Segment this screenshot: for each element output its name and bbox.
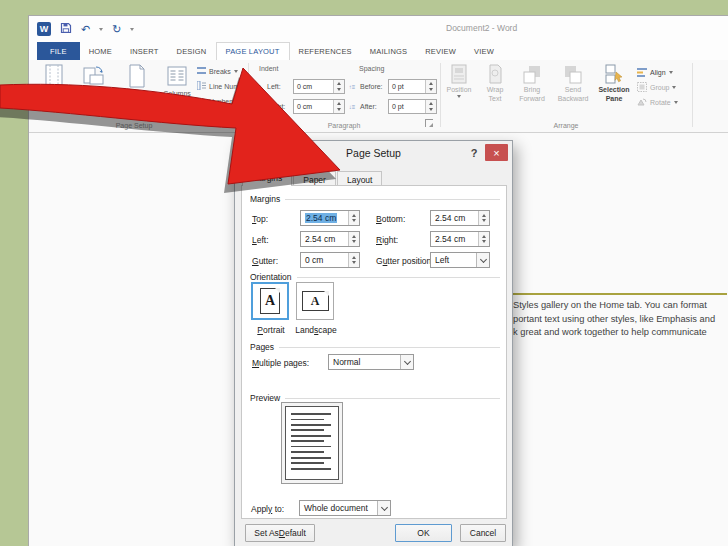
indent-left-icon: →≡ — [250, 81, 262, 92]
close-icon[interactable]: × — [485, 144, 508, 161]
paragraph-dialog-launcher[interactable] — [425, 119, 433, 127]
left-margin-field[interactable]: 2.54 cm — [300, 231, 360, 247]
tab-insert[interactable]: INSERT — [121, 42, 168, 60]
bring-forward-icon — [521, 64, 543, 84]
help-icon[interactable]: ? — [466, 145, 482, 161]
spinner[interactable] — [333, 80, 344, 93]
chevron-down-icon — [52, 98, 56, 101]
chevron-down-icon — [135, 98, 139, 101]
align-button[interactable]: Align — [637, 67, 673, 78]
position-button[interactable]: Position — [441, 64, 477, 98]
paragraph-group-label: Paragraph — [269, 122, 419, 129]
tab-home[interactable]: HOME — [80, 42, 121, 60]
orientation-icon — [81, 63, 105, 89]
indent-right-icon: ≡← — [250, 101, 262, 112]
selection-pane-icon — [603, 64, 625, 84]
bottom-label: Bottom: — [376, 214, 405, 224]
dialog-tab-layout[interactable]: Layout — [337, 171, 383, 186]
margins-section-heading: Margins — [250, 194, 500, 204]
spinner[interactable] — [425, 80, 436, 93]
left-label: Left: — [252, 235, 269, 245]
chevron-down-icon — [669, 71, 673, 74]
spinner[interactable] — [348, 211, 359, 225]
tab-page-layout[interactable]: PAGE LAYOUT — [216, 42, 290, 60]
landscape-option[interactable]: A — [296, 282, 334, 320]
send-backward-button[interactable]: SendBackward — [553, 64, 593, 104]
line-numbers-icon — [197, 81, 206, 91]
window-title: Document2 - Word — [446, 23, 517, 33]
cancel-button[interactable]: Cancel — [460, 524, 506, 542]
wrap-text-button[interactable]: WrapText — [479, 64, 511, 104]
tab-references[interactable]: REFERENCES — [290, 42, 361, 60]
dialog-content: Margins Top: 2.54 cm Bottom: 2.54 cm Lef… — [241, 185, 507, 519]
group-button[interactable]: Group — [637, 82, 676, 93]
portrait-option[interactable]: A — [251, 282, 289, 320]
orientation-button[interactable]: Orientation — [74, 63, 112, 101]
send-backward-icon — [562, 64, 584, 84]
tab-file[interactable]: FILE — [37, 42, 80, 60]
undo-dropdown-icon[interactable] — [99, 28, 103, 31]
right-margin-field[interactable]: 2.54 cm — [430, 231, 490, 247]
size-button[interactable]: Size — [118, 63, 156, 101]
document-rule-line — [513, 293, 727, 295]
selection-pane-button[interactable]: SelectionPane — [595, 64, 633, 104]
spinner[interactable] — [478, 232, 489, 246]
bottom-margin-field[interactable]: 2.54 cm — [430, 210, 490, 226]
tab-view[interactable]: VIEW — [465, 42, 503, 60]
multiple-pages-select[interactable]: Normal — [328, 354, 414, 370]
spinner[interactable] — [478, 211, 489, 225]
undo-icon[interactable]: ↶ — [81, 24, 90, 35]
chevron-down-icon — [476, 253, 489, 267]
bring-forward-button[interactable]: BringForward — [513, 64, 551, 104]
margins-button[interactable]: Margins — [35, 63, 73, 101]
pages-section-heading: Pages — [250, 342, 500, 352]
spacing-before-field[interactable]: 0 pt — [388, 79, 437, 94]
spinner[interactable] — [348, 232, 359, 246]
title-bar: W ↶ ↻ Document2 - Word — [29, 16, 728, 42]
rotate-button[interactable]: Rotate — [637, 97, 678, 108]
tab-design[interactable]: DESIGN — [168, 42, 216, 60]
chevron-down-icon — [91, 98, 95, 101]
page-setup-dialog-launcher[interactable] — [236, 119, 244, 127]
ribbon-tab-bar: FILE HOME INSERT DESIGN PAGE LAYOUT REFE… — [29, 42, 728, 60]
indent-right-field[interactable]: 0 cm — [293, 99, 345, 114]
dialog-tab-margins[interactable]: Margins — [242, 168, 292, 186]
breaks-button[interactable]: Breaks — [197, 66, 238, 76]
indent-left-label: Left: — [267, 83, 281, 90]
tab-review[interactable]: REVIEW — [416, 42, 465, 60]
dialog-tab-paper[interactable]: Paper — [293, 171, 336, 186]
chevron-down-icon — [457, 95, 461, 98]
hyphenation-icon: a- — [197, 96, 206, 106]
apply-to-label: Apply to: — [251, 504, 284, 514]
gutter-position-label: Gutter position: — [376, 256, 434, 266]
set-as-default-button[interactable]: Set As Default — [245, 524, 315, 542]
indent-left-field[interactable]: 0 cm — [293, 79, 345, 94]
chevron-down-icon — [400, 355, 413, 369]
gutter-field[interactable]: 0 cm — [300, 252, 360, 268]
qat-customize-icon[interactable] — [130, 28, 134, 31]
spinner[interactable] — [348, 253, 359, 267]
word-logo-icon[interactable]: W — [37, 22, 51, 36]
chevron-down-icon — [672, 86, 676, 89]
rotate-icon — [637, 97, 647, 108]
hyphenation-button[interactable]: a- Hyphenation — [197, 96, 255, 106]
document-text: Styles gallery on the Home tab. You can … — [513, 299, 715, 340]
top-margin-field[interactable]: 2.54 cm — [300, 210, 360, 226]
word-window: W ↶ ↻ Document2 - Word FILE HOME INSERT … — [28, 15, 728, 546]
wrap-text-icon — [484, 64, 506, 84]
spinner[interactable] — [425, 100, 436, 113]
gutter-position-select[interactable]: Left — [430, 252, 490, 268]
save-icon[interactable] — [60, 20, 72, 38]
columns-button[interactable]: Columns — [158, 63, 196, 101]
spacing-after-field[interactable]: 0 pt — [388, 99, 437, 114]
multiple-pages-label: Multiple pages: — [252, 358, 309, 368]
orientation-section-heading: Orientation — [250, 272, 500, 282]
ok-button[interactable]: OK — [395, 524, 452, 542]
chevron-down-icon — [674, 101, 678, 104]
tab-mailings[interactable]: MAILINGS — [361, 42, 416, 60]
apply-to-select[interactable]: Whole document — [299, 500, 391, 516]
spinner[interactable] — [333, 100, 344, 113]
right-label: Right: — [376, 235, 398, 245]
redo-icon[interactable]: ↻ — [112, 24, 121, 35]
spacing-before-label: Before: — [360, 83, 383, 90]
